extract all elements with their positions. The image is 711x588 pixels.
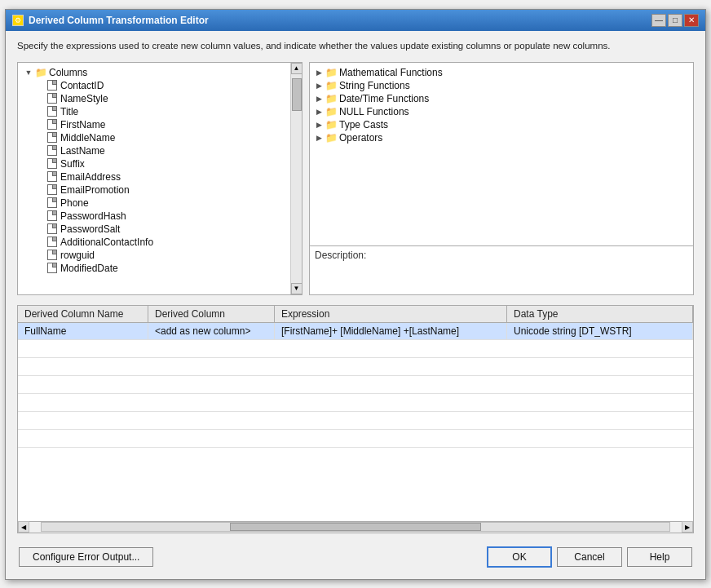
- table-row-empty[interactable]: [18, 340, 693, 358]
- right-panel: ▶ 📁 Mathematical Functions ▶ 📁 String Fu…: [309, 62, 694, 295]
- expand-icon[interactable]: ▶: [313, 119, 325, 130]
- scroll-thumb[interactable]: [292, 78, 302, 111]
- expand-icon[interactable]: ▶: [313, 80, 325, 91]
- header-derived-column-name: Derived Column Name: [18, 306, 148, 322]
- list-item[interactable]: EmailAddress: [20, 170, 289, 183]
- folder-icon: 📁: [325, 93, 338, 104]
- table-body: FullName <add as new column> [FirstName]…: [18, 323, 693, 521]
- expand-columns-icon[interactable]: ▼: [23, 67, 34, 78]
- list-item[interactable]: ▶ 📁 Type Casts: [311, 118, 691, 131]
- table-row-empty[interactable]: [18, 430, 693, 448]
- scroll-up-button[interactable]: ▲: [291, 63, 303, 74]
- list-item[interactable]: EmailPromotion: [20, 183, 289, 197]
- doc-icon: [46, 80, 59, 91]
- doc-icon: [46, 184, 59, 196]
- cancel-button[interactable]: Cancel: [557, 547, 622, 567]
- folder-icon: 📁: [325, 106, 338, 117]
- root-label: Columns: [49, 67, 87, 78]
- list-item[interactable]: AdditionalContactInfo: [20, 236, 289, 249]
- window-body: Specify the expressions used to create n…: [6, 31, 705, 579]
- functions-tree[interactable]: ▶ 📁 Mathematical Functions ▶ 📁 String Fu…: [309, 62, 694, 246]
- list-item[interactable]: FirstName: [20, 118, 289, 131]
- list-item[interactable]: Suffix: [20, 157, 289, 170]
- list-item[interactable]: NameStyle: [20, 92, 289, 105]
- footer-buttons: Configure Error Output... OK Cancel Help: [17, 540, 694, 571]
- list-item[interactable]: LastName: [20, 144, 289, 157]
- main-panels: ▼ 📁 Columns ContactID: [17, 62, 694, 295]
- cell-derived[interactable]: <add as new column>: [148, 323, 275, 339]
- scroll-down-button[interactable]: ▼: [291, 283, 303, 294]
- left-panel: ▼ 📁 Columns ContactID: [17, 62, 303, 295]
- list-item[interactable]: PasswordSalt: [20, 223, 289, 236]
- list-item[interactable]: ▶ 📁 Operators: [311, 131, 691, 144]
- header-derived-column: Derived Column: [148, 306, 275, 322]
- doc-icon: [46, 132, 59, 144]
- expand-icon[interactable]: ▶: [313, 132, 325, 144]
- doc-icon: [46, 145, 59, 157]
- folder-icon: 📁: [325, 67, 338, 78]
- doc-icon: [46, 237, 59, 248]
- table-row[interactable]: FullName <add as new column> [FirstName]…: [18, 323, 693, 340]
- cell-name[interactable]: FullName: [18, 323, 148, 339]
- doc-icon: [46, 119, 59, 130]
- h-scroll-thumb[interactable]: [230, 523, 481, 531]
- expand-icon[interactable]: ▶: [313, 67, 325, 78]
- description-label: Description:: [315, 250, 366, 261]
- list-item[interactable]: rowguid: [20, 249, 289, 262]
- h-scroll-track[interactable]: [41, 522, 670, 532]
- columns-tree[interactable]: ▼ 📁 Columns ContactID: [18, 63, 290, 294]
- doc-icon: [46, 250, 59, 261]
- horizontal-scrollbar[interactable]: ◀ ▶: [18, 521, 693, 533]
- data-table: Derived Column Name Derived Column Expre…: [17, 305, 694, 533]
- window-title: Derived Column Transformation Editor: [29, 15, 209, 26]
- list-item[interactable]: ▶ 📁 Date/Time Functions: [311, 92, 691, 105]
- list-item[interactable]: ▶ 📁 Mathematical Functions: [311, 66, 691, 79]
- ok-button[interactable]: OK: [487, 546, 552, 568]
- description-panel: Description:: [309, 246, 694, 295]
- description-text: Specify the expressions used to create n…: [17, 39, 694, 52]
- window-icon: ⚙: [12, 15, 24, 26]
- maximize-button[interactable]: □: [668, 14, 682, 27]
- list-item[interactable]: ▶ 📁 NULL Functions: [311, 105, 691, 118]
- doc-icon: [46, 106, 59, 117]
- cell-datatype[interactable]: Unicode string [DT_WSTR]: [507, 323, 693, 339]
- expand-icon[interactable]: ▶: [313, 93, 325, 104]
- window-controls: — □ ✕: [651, 14, 699, 27]
- list-item[interactable]: ContactID: [20, 79, 289, 92]
- header-expression: Expression: [275, 306, 507, 322]
- table-header: Derived Column Name Derived Column Expre…: [18, 306, 693, 323]
- list-item[interactable]: Title: [20, 105, 289, 118]
- doc-icon: [46, 197, 59, 209]
- table-row-empty[interactable]: [18, 394, 693, 412]
- cell-expression[interactable]: [FirstName]+ [MiddleName] +[LastName]: [275, 323, 507, 339]
- doc-icon: [46, 210, 59, 222]
- help-button[interactable]: Help: [627, 547, 692, 567]
- main-window: ⚙ Derived Column Transformation Editor —…: [5, 9, 706, 580]
- expand-icon[interactable]: ▶: [313, 106, 325, 117]
- minimize-button[interactable]: —: [651, 14, 666, 27]
- folder-icon: 📁: [325, 80, 338, 91]
- doc-icon: [46, 223, 59, 235]
- table-row-empty[interactable]: [18, 412, 693, 430]
- header-data-type: Data Type: [507, 306, 693, 322]
- doc-icon: [46, 158, 59, 170]
- doc-icon: [46, 93, 59, 104]
- tree-root-columns[interactable]: ▼ 📁 Columns: [20, 66, 289, 79]
- folder-icon: 📁: [34, 67, 47, 78]
- title-bar: ⚙ Derived Column Transformation Editor —…: [6, 10, 705, 31]
- list-item[interactable]: ModifiedDate: [20, 262, 289, 275]
- list-item[interactable]: ▶ 📁 String Functions: [311, 79, 691, 92]
- close-button[interactable]: ✕: [684, 14, 699, 27]
- table-row-empty[interactable]: [18, 376, 693, 394]
- scroll-left-button[interactable]: ◀: [18, 521, 29, 533]
- configure-error-output-button[interactable]: Configure Error Output...: [19, 547, 153, 567]
- left-scrollbar[interactable]: ▲ ▼: [290, 63, 302, 294]
- list-item[interactable]: Phone: [20, 197, 289, 210]
- scroll-right-button[interactable]: ▶: [682, 521, 693, 533]
- table-row-empty[interactable]: [18, 358, 693, 376]
- folder-icon: 📁: [325, 119, 338, 130]
- doc-icon: [46, 263, 59, 274]
- doc-icon: [46, 171, 59, 183]
- list-item[interactable]: MiddleName: [20, 131, 289, 144]
- list-item[interactable]: PasswordHash: [20, 210, 289, 223]
